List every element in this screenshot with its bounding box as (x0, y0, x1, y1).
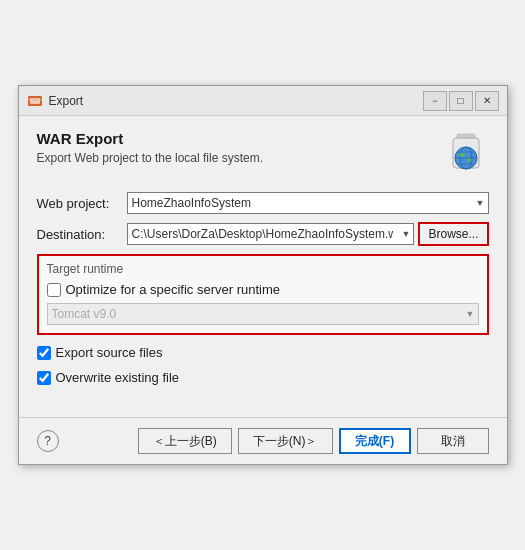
globe-icon (441, 130, 489, 178)
header-text: WAR Export Export Web project to the loc… (37, 130, 264, 165)
target-runtime-section: Target runtime Optimize for a specific s… (37, 254, 489, 335)
destination-input[interactable] (127, 223, 415, 245)
page-subtitle: Export Web project to the local file sys… (37, 151, 264, 165)
cancel-button[interactable]: 取消 (417, 428, 489, 454)
dialog-content: WAR Export Export Web project to the loc… (19, 116, 507, 417)
browse-button[interactable]: Browse... (418, 222, 488, 246)
target-runtime-label: Target runtime (47, 262, 479, 276)
svg-point-9 (459, 153, 465, 157)
back-button[interactable]: ＜上一步(B) (138, 428, 232, 454)
maximize-button[interactable]: □ (449, 91, 473, 111)
export-dialog: Export － □ ✕ WAR Export Export Web proje… (18, 85, 508, 465)
runtime-select-wrapper: Tomcat v9.0 ▼ (47, 303, 479, 325)
window-icon (27, 93, 43, 109)
minimize-button[interactable]: － (423, 91, 447, 111)
options-section: Export source files Overwrite existing f… (37, 345, 489, 391)
finish-button[interactable]: 完成(F) (339, 428, 411, 454)
window-title: Export (49, 94, 84, 108)
destination-input-wrapper: ▼ (127, 223, 415, 245)
next-button[interactable]: 下一步(N)＞ (238, 428, 333, 454)
destination-row: Destination: ▼ Browse... (37, 222, 489, 246)
title-bar: Export － □ ✕ (19, 86, 507, 116)
web-project-label: Web project: (37, 196, 127, 211)
web-project-row: Web project: HomeZhaoInfoSystem ▼ (37, 192, 489, 214)
export-source-checkbox[interactable] (37, 346, 51, 360)
help-button[interactable]: ? (37, 430, 59, 452)
footer-right: ＜上一步(B) 下一步(N)＞ 完成(F) 取消 (138, 428, 489, 454)
overwrite-label[interactable]: Overwrite existing file (56, 370, 180, 385)
header-icon (441, 130, 489, 178)
web-project-select-wrapper: HomeZhaoInfoSystem ▼ (127, 192, 489, 214)
runtime-select: Tomcat v9.0 (47, 303, 479, 325)
page-title: WAR Export (37, 130, 264, 147)
footer-left: ? (37, 430, 59, 452)
svg-rect-2 (457, 134, 475, 138)
export-source-row: Export source files (37, 345, 489, 360)
overwrite-row: Overwrite existing file (37, 370, 489, 385)
optimize-checkbox-row: Optimize for a specific server runtime (47, 282, 479, 297)
web-project-select[interactable]: HomeZhaoInfoSystem (127, 192, 489, 214)
destination-label: Destination: (37, 227, 127, 242)
close-button[interactable]: ✕ (475, 91, 499, 111)
title-controls: － □ ✕ (423, 91, 499, 111)
header-section: WAR Export Export Web project to the loc… (37, 130, 489, 178)
svg-point-10 (466, 159, 471, 162)
overwrite-checkbox[interactable] (37, 371, 51, 385)
optimize-checkbox[interactable] (47, 283, 61, 297)
optimize-label[interactable]: Optimize for a specific server runtime (66, 282, 281, 297)
dialog-footer: ? ＜上一步(B) 下一步(N)＞ 完成(F) 取消 (19, 417, 507, 464)
title-bar-left: Export (27, 93, 84, 109)
export-source-label[interactable]: Export source files (56, 345, 163, 360)
